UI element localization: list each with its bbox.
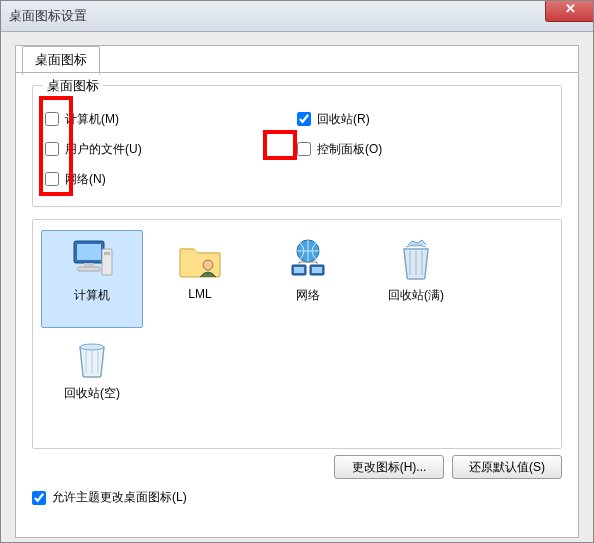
- check-allow-theme[interactable]: 允许主题更改桌面图标(L): [32, 489, 562, 506]
- check-allow-theme-label: 允许主题更改桌面图标(L): [52, 489, 187, 506]
- computer-icon: [68, 235, 116, 283]
- icon-item-recyclebin-full[interactable]: 回收站(满): [365, 230, 467, 328]
- network-icon: [284, 235, 332, 283]
- icon-item-recyclebin-empty-label: 回收站(空): [42, 385, 142, 402]
- icon-item-userfolder-label: LML: [150, 287, 250, 301]
- svg-rect-11: [312, 267, 322, 273]
- svg-rect-2: [84, 263, 94, 267]
- tab-label: 桌面图标: [35, 52, 87, 67]
- check-network-box[interactable]: [45, 172, 59, 186]
- check-allow-theme-box[interactable]: [32, 491, 46, 505]
- check-userfiles-box[interactable]: [45, 142, 59, 156]
- check-recyclebin-label: 回收站(R): [317, 111, 370, 128]
- icon-item-network[interactable]: 网络: [257, 230, 359, 328]
- icon-item-computer[interactable]: 计算机: [41, 230, 143, 328]
- check-computer[interactable]: 计算机(M): [45, 104, 297, 134]
- window-title: 桌面图标设置: [9, 7, 87, 25]
- close-icon: ✕: [565, 1, 576, 16]
- check-recyclebin[interactable]: 回收站(R): [297, 104, 549, 134]
- check-network[interactable]: 网络(N): [45, 164, 297, 194]
- check-controlpanel-label: 控制面板(O): [317, 141, 382, 158]
- change-icon-button[interactable]: 更改图标(H)...: [334, 455, 444, 479]
- icon-item-userfolder[interactable]: LML: [149, 230, 251, 328]
- svg-rect-5: [104, 252, 110, 255]
- check-userfiles-label: 用户的文件(U): [65, 141, 142, 158]
- check-controlpanel[interactable]: 控制面板(O): [297, 134, 549, 164]
- close-button[interactable]: ✕: [545, 0, 594, 22]
- window: 桌面图标设置 ✕ 桌面图标 桌面图标 计算机(M): [0, 0, 594, 543]
- restore-default-button[interactable]: 还原默认值(S): [452, 455, 562, 479]
- folder-user-icon: [176, 235, 224, 283]
- tabpage: 桌面图标 计算机(M) 用户的文件(U): [16, 72, 578, 537]
- check-network-label: 网络(N): [65, 171, 106, 188]
- tab-desktop-icons[interactable]: 桌面图标: [22, 46, 100, 75]
- svg-rect-3: [78, 267, 100, 271]
- recyclebin-full-icon: [392, 235, 440, 283]
- check-controlpanel-box[interactable]: [297, 142, 311, 156]
- check-computer-label: 计算机(M): [65, 111, 119, 128]
- check-recyclebin-box[interactable]: [297, 112, 311, 126]
- svg-point-12: [80, 344, 104, 350]
- svg-rect-1: [77, 244, 101, 260]
- check-userfiles[interactable]: 用户的文件(U): [45, 134, 297, 164]
- icon-item-recyclebin-empty[interactable]: 回收站(空): [41, 328, 143, 426]
- button-row: 更改图标(H)... 还原默认值(S): [32, 455, 562, 479]
- check-computer-box[interactable]: [45, 112, 59, 126]
- recyclebin-empty-icon: [68, 333, 116, 381]
- icon-item-recyclebin-full-label: 回收站(满): [366, 287, 466, 304]
- group-desktop-icons: 桌面图标 计算机(M) 用户的文件(U): [32, 85, 562, 207]
- group-legend: 桌面图标: [43, 77, 103, 95]
- titlebar: 桌面图标设置 ✕: [1, 1, 593, 32]
- client-area: 桌面图标 桌面图标 计算机(M) 用户的: [15, 45, 579, 538]
- tabstrip: 桌面图标: [22, 45, 100, 74]
- svg-point-6: [203, 260, 213, 270]
- icon-preview-box: 计算机 LML: [32, 219, 562, 449]
- svg-rect-10: [294, 267, 304, 273]
- icon-list: 计算机 LML: [41, 230, 553, 426]
- icon-item-computer-label: 计算机: [42, 287, 142, 304]
- icon-item-network-label: 网络: [258, 287, 358, 304]
